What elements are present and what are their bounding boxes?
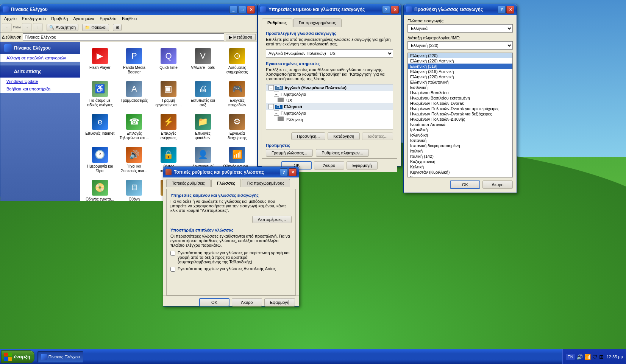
properties-button[interactable]: Ιδιότητες... <box>362 132 393 140</box>
default-language-dropdown[interactable]: Αγγλικά (Ηνωμένων Πολιτειών) - US <box>266 49 393 58</box>
cp-icon-item-11[interactable]: ☎ Επιλογές Τηλεφώνου και ... <box>118 112 151 143</box>
back-button[interactable]: ← <box>2 23 12 31</box>
key-settings-button[interactable]: Ρυθμίσεις πλήκτρων... <box>316 149 368 157</box>
go-button[interactable]: ▶ Μετάβαση <box>226 34 256 40</box>
lang-option-4[interactable]: Ελληνική (220) Λατινική <box>408 74 512 79</box>
control-panel-icon <box>3 6 9 12</box>
lang-option-5[interactable]: Ελληνική πολυτονική <box>408 79 512 85</box>
al-ok-button[interactable]: ΟΚ <box>450 180 480 189</box>
tab-advanced-local[interactable]: Για προχωρημένους <box>242 179 290 187</box>
input-language-select[interactable]: Ελληνικά <box>407 24 513 33</box>
expand-icon-keyboard-el[interactable]: − <box>274 110 279 116</box>
details-button[interactable]: Λεπτομέρειες... <box>252 216 292 223</box>
ls-apply-button[interactable]: Εφαρμογή <box>264 298 295 306</box>
cp-icon-item-8[interactable]: 🖨 Εκτυπωτές και φαξ <box>187 79 219 110</box>
folders-button[interactable]: 📁 Φάκελοι <box>82 24 109 31</box>
tab-local-settings[interactable]: Τοπικές ρυθμίσεις <box>166 179 211 187</box>
is-close-button[interactable]: ✕ <box>391 6 399 14</box>
forward-button[interactable]: → <box>22 23 32 31</box>
tab-settings[interactable]: Ρυθμίσεις <box>262 19 292 27</box>
al-close-button[interactable]: ✕ <box>506 6 514 14</box>
lang-option-10[interactable]: Ηνωμένων Πολιτειών-Dvorak για αριστερόχε… <box>408 106 512 111</box>
cp-icon-item-4[interactable]: ⊙ Αυτόματες ενημερώσεις <box>221 46 253 77</box>
lang-option-20[interactable]: Καζαχστανική <box>408 159 512 164</box>
lang-option-7[interactable]: Ηνωμένου Βασιλείου <box>408 90 512 95</box>
cp-icon-item-12[interactable]: ⚡ Επιλογές ενέργειας <box>152 112 185 143</box>
al-cancel-button[interactable]: Άκυρο <box>482 180 513 189</box>
expand-icon-el[interactable]: − <box>269 104 274 109</box>
sidebar-link-category-view[interactable]: Αλλαγή σε προβολή κατηγοριών <box>0 54 80 62</box>
search-button[interactable]: 🔍 Αναζήτηση <box>47 24 78 31</box>
cp-icon-item-20[interactable]: 📀 Οδηγός εγκατα... <box>84 177 116 201</box>
expand-icon-en[interactable]: − <box>269 85 274 90</box>
menu-favorites[interactable]: Αγαπημένα <box>71 16 97 22</box>
lang-option-3[interactable]: Ελληνική (319) Λατινική <box>408 69 512 74</box>
checkbox2[interactable] <box>170 267 175 272</box>
checkbox1[interactable] <box>170 251 175 256</box>
cp-icon-item-9[interactable]: 🎮 Ελεγκτές παιχνιδιών <box>221 79 253 110</box>
ls-cancel-button[interactable]: Άκυρο <box>232 298 262 306</box>
close-button[interactable]: ✕ <box>247 6 255 14</box>
cp-icon-item-5[interactable]: ♿ Για άτομα με ειδικές ανάγκες <box>84 79 116 110</box>
cp-icon-item-10[interactable]: e Επιλογές Internet <box>84 112 116 143</box>
al-help-button[interactable]: ? <box>498 6 506 14</box>
lang-option-18[interactable]: Ιταλική <box>408 148 512 154</box>
taskbar-item-control-panel[interactable]: Πίνακας Ελέγχου <box>37 351 83 362</box>
ls-help-button[interactable]: ? <box>280 168 288 176</box>
cp-icon-item-2[interactable]: Q QuickTime <box>152 46 185 77</box>
lang-option-19[interactable]: Ιταλική (142) <box>408 154 512 159</box>
lang-option-8[interactable]: Ηνωμένου Βασιλείου εκτεταμένη <box>408 95 512 101</box>
lang-option-15[interactable]: Ισλανδική <box>408 132 512 138</box>
cp-icon-item-7[interactable]: ▣ Γραμμή εργασιών και ... <box>152 79 185 110</box>
menu-view[interactable]: Προβολή <box>49 16 70 22</box>
lang-option-17[interactable]: Ισπανική διαφοροποιημένη <box>408 143 512 148</box>
expand-icon-keyboard-en[interactable]: − <box>274 92 279 97</box>
start-button[interactable]: έναρξη <box>1 350 34 363</box>
cancel-button[interactable]: Άκυρο <box>314 161 344 170</box>
lang-option-12[interactable]: Ηνωμένων Πολιτειών-Διεθνής <box>408 117 512 122</box>
cp-icon-item-0[interactable]: ▶ Flash Player <box>84 46 116 77</box>
address-input[interactable] <box>23 33 224 41</box>
lang-option-22[interactable]: Κιργιστάν (Κυριλλική) <box>408 170 512 175</box>
cp-icon-item-16[interactable]: 🔊 Ήχοι και Συσκευές ανα... <box>118 145 151 176</box>
lang-bar-button[interactable]: Γραμμή γλώσσας... <box>266 149 313 157</box>
lang-option-23[interactable]: Κροατική <box>408 175 512 177</box>
cp-icon-item-15[interactable]: 🕐 Ημερομηνία και Ώρα <box>84 145 116 176</box>
lang-option-14[interactable]: Ιρλανδική <box>408 127 512 132</box>
cp-icon-item-1[interactable]: P Pando Media Booster <box>118 46 151 77</box>
menu-edit[interactable]: Επεξεργασία <box>20 16 48 22</box>
lang-option-1[interactable]: Ελληνική (220) Λατινική <box>408 58 512 64</box>
menu-tools[interactable]: Εργαλεία <box>97 16 119 22</box>
sidebar-link-help[interactable]: Βοήθεια και υποστήριξη <box>0 85 80 93</box>
lang-option-11[interactable]: Ηνωμένων Πολιτειών-Dvorak για δεξιόχειρε… <box>408 111 512 117</box>
cp-icon-item-14[interactable]: ⚙ Εργαλεία διαχείρισης <box>221 112 253 143</box>
ls-close-button[interactable]: ✕ <box>289 168 297 176</box>
lang-option-2[interactable]: Ελληνική [319] <box>408 64 512 69</box>
cp-icon-item-6[interactable]: A Γραμματοσειρές <box>118 79 151 110</box>
is-help-button[interactable]: ? <box>382 6 390 14</box>
cp-icon-item-13[interactable]: 📁 Επιλογές φακέλων <box>187 112 219 143</box>
menu-file[interactable]: Αρχείο <box>2 16 19 22</box>
lang-option-9[interactable]: Ηνωμένων Πολιτειών-Dvorak <box>408 101 512 106</box>
sidebar-link-windows-update[interactable]: Windows Update <box>0 78 80 85</box>
view-button[interactable]: ⊞ <box>113 24 122 31</box>
lang-option-0[interactable]: Ελληνική (220) <box>408 53 512 58</box>
minimize-button[interactable]: _ <box>229 6 237 14</box>
language-list-box[interactable]: Ελληνική (220)Ελληνική (220) ΛατινικήΕλλ… <box>407 53 513 177</box>
cp-icon-item-21[interactable]: 🖥 Οθόνη <box>118 177 151 201</box>
cp-icon-item-3[interactable]: V VMware Tools <box>187 46 219 77</box>
ls-ok-button[interactable]: ΟΚ <box>199 298 229 306</box>
tab-advanced[interactable]: Για προχωρημένους <box>293 19 342 27</box>
remove-button[interactable]: Κατάργηση <box>328 132 360 140</box>
lang-option-6[interactable]: Εσθονική <box>408 85 512 90</box>
lang-option-21[interactable]: Κελτική <box>408 164 512 170</box>
add-button[interactable]: Προσθήκη... <box>291 132 325 140</box>
keyboard-ime-select[interactable]: Ελληνική (220) <box>407 41 513 50</box>
lang-option-13[interactable]: Ινουίτιτουτ Λατινικά <box>408 122 512 127</box>
menu-help[interactable]: Βοήθεια <box>120 16 139 22</box>
tab-languages[interactable]: Γλώσσες <box>211 179 241 187</box>
maximize-button[interactable]: □ <box>238 6 246 14</box>
apply-button[interactable]: Εφαρμογή <box>347 161 377 170</box>
lang-option-16[interactable]: Ισπανική <box>408 138 512 143</box>
up-button[interactable]: ↑ <box>33 23 43 31</box>
